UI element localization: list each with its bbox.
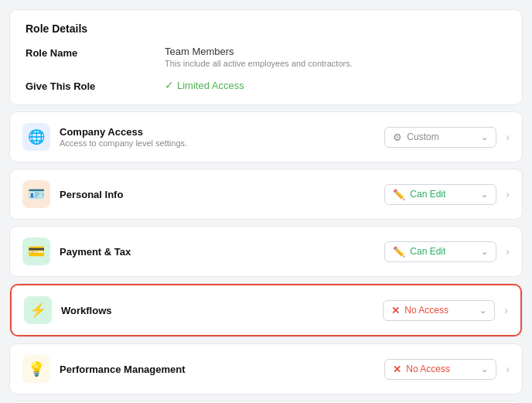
select-label-payment-tax: Can Edit — [410, 246, 445, 257]
chevron-down-icon: ⌄ — [481, 364, 488, 374]
status-icon-green: ✏️ — [393, 246, 405, 258]
perm-select-workflows: ✕ No Access ⌄ — [383, 300, 495, 321]
permissions-list: 🌐 Company Access Access to company level… — [9, 111, 523, 403]
perm-sub: Access to company level settings. — [60, 138, 384, 148]
perm-select-personal-info: ✏️ Can Edit ⌄ — [384, 184, 496, 205]
select-box-payment-tax[interactable]: ✏️ Can Edit ⌄ — [384, 241, 496, 262]
role-details-title: Role Details — [26, 22, 506, 35]
give-role-value: ✓ Limited Access — [165, 79, 506, 91]
limited-access-badge: ✓ Limited Access — [165, 79, 506, 91]
permission-row-payment-tax[interactable]: 💳 Payment & Tax ✏️ Can Edit ⌄ › — [10, 227, 522, 276]
give-role-label: Give This Role — [26, 79, 165, 92]
role-name-row: Role Name Team Members This include all … — [26, 46, 506, 68]
select-box-personal-info[interactable]: ✏️ Can Edit ⌄ — [384, 184, 496, 205]
permission-row-workflows[interactable]: ⚡ Workflows ✕ No Access ⌄ › — [10, 284, 522, 336]
role-name-value: Team Members This include all active emp… — [165, 46, 506, 68]
permission-row-personal-info[interactable]: 🪪 Personal Info ✏️ Can Edit ⌄ › — [10, 169, 522, 219]
perm-icon-company-access: 🌐 — [22, 123, 50, 151]
row-arrow-icon: › — [504, 304, 508, 316]
perm-icon-personal-info: 🪪 — [22, 180, 50, 208]
check-icon: ✓ — [165, 79, 174, 91]
permission-card-workflows[interactable]: ⚡ Workflows ✕ No Access ⌄ › — [9, 283, 523, 337]
perm-info-company-access: Company Access Access to company level s… — [60, 126, 384, 148]
perm-select-company-access: ⚙ Custom ⌄ — [384, 127, 496, 148]
perm-select-payment-tax: ✏️ Can Edit ⌄ — [384, 241, 496, 262]
status-icon-red: ✕ — [391, 305, 400, 316]
perm-select-performance-management: ✕ No Access ⌄ — [384, 359, 496, 380]
row-arrow-icon: › — [506, 131, 510, 143]
perm-icon-performance-management: 💡 — [22, 355, 50, 383]
select-label-performance-management: No Access — [406, 364, 450, 374]
perm-icon-payment-tax: 💳 — [22, 237, 50, 265]
permission-row-company-access[interactable]: 🌐 Company Access Access to company level… — [10, 112, 522, 162]
perm-info-payment-tax: Payment & Tax — [60, 246, 384, 258]
chevron-down-icon: ⌄ — [481, 132, 488, 142]
status-icon-green: ✏️ — [393, 189, 405, 200]
perm-info-personal-info: Personal Info — [60, 189, 384, 200]
row-arrow-icon: › — [506, 188, 510, 200]
chevron-down-icon: ⌄ — [481, 190, 488, 200]
select-label-company-access: Custom — [407, 131, 438, 142]
select-box-workflows[interactable]: ✕ No Access ⌄ — [383, 300, 495, 321]
perm-info-workflows: Workflows — [61, 305, 383, 316]
perm-info-performance-management: Performance Management — [60, 364, 384, 375]
select-label-workflows: No Access — [404, 305, 448, 316]
permission-card-payment-tax[interactable]: 💳 Payment & Tax ✏️ Can Edit ⌄ › — [9, 226, 523, 277]
row-arrow-icon: › — [506, 363, 510, 375]
permission-card-company-access[interactable]: 🌐 Company Access Access to company level… — [9, 111, 523, 162]
status-icon-neutral: ⚙ — [393, 131, 402, 143]
status-icon-red: ✕ — [393, 364, 401, 375]
perm-title-personal-info: Personal Info — [60, 189, 384, 200]
role-name-sub: This include all active employees and co… — [165, 59, 506, 68]
give-role-row: Give This Role ✓ Limited Access — [26, 79, 506, 92]
permission-card-performance-management[interactable]: 💡 Performance Management ✕ No Access ⌄ › — [9, 343, 523, 394]
perm-title-workflows: Workflows — [61, 305, 383, 316]
perm-title-payment-tax: Payment & Tax — [60, 246, 384, 258]
role-name-label: Role Name — [26, 46, 165, 59]
chevron-down-icon: ⌄ — [479, 306, 486, 316]
select-box-company-access[interactable]: ⚙ Custom ⌄ — [384, 127, 496, 148]
permission-row-performance-management[interactable]: 💡 Performance Management ✕ No Access ⌄ › — [10, 344, 522, 394]
role-details-section: Role Details Role Name Team Members This… — [10, 10, 522, 104]
row-arrow-icon: › — [506, 245, 510, 258]
select-box-performance-management[interactable]: ✕ No Access ⌄ — [384, 359, 496, 380]
role-details-card: Role Details Role Name Team Members This… — [9, 9, 523, 105]
select-label-personal-info: Can Edit — [410, 189, 445, 200]
chevron-down-icon: ⌄ — [481, 247, 488, 257]
perm-title-company-access: Company Access — [60, 126, 384, 138]
perm-icon-workflows: ⚡ — [24, 296, 52, 324]
permission-card-personal-info[interactable]: 🪪 Personal Info ✏️ Can Edit ⌄ › — [9, 169, 523, 220]
perm-title-performance-management: Performance Management — [60, 364, 384, 375]
